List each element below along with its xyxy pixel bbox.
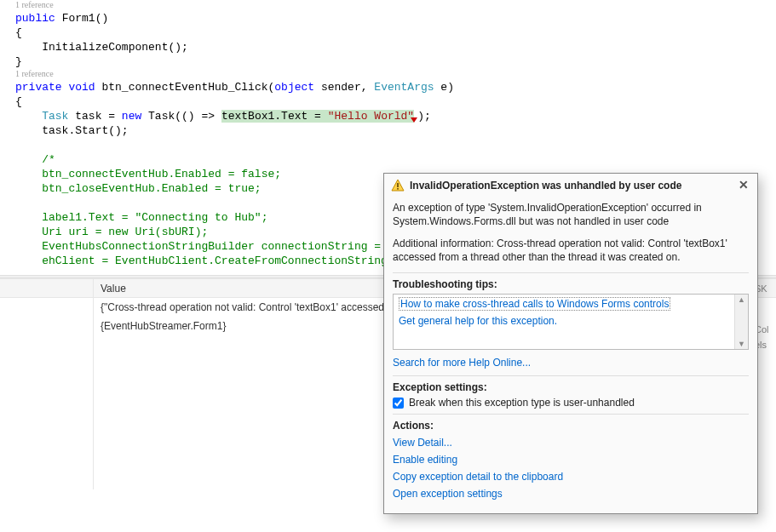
popup-additional-info: Additional information: Cross-thread ope… bbox=[393, 237, 749, 264]
break-checkbox-input[interactable] bbox=[393, 398, 404, 409]
code-text: Task(() => bbox=[141, 110, 221, 123]
code-text: ); bbox=[417, 110, 431, 123]
svg-rect-2 bbox=[397, 188, 399, 190]
popup-message: An exception of type 'System.InvalidOper… bbox=[393, 201, 749, 228]
code-text: sender, bbox=[314, 81, 374, 94]
keyword: private bbox=[15, 81, 62, 94]
comment: ehClient = EventHubClient.CreateFromConn… bbox=[42, 255, 427, 267]
keyword: object bbox=[274, 81, 314, 94]
close-button[interactable]: ✕ bbox=[737, 179, 750, 192]
type: Task bbox=[42, 110, 68, 123]
code-text: { bbox=[15, 95, 22, 108]
code-text: InitializeComponent(); bbox=[42, 41, 188, 54]
keyword: new bbox=[122, 110, 141, 123]
code-text: btn_connectEventHub_Click( bbox=[101, 81, 274, 94]
tip-link-general-help[interactable]: Get general help for this exception. bbox=[399, 315, 557, 327]
code-text: { bbox=[15, 26, 22, 39]
open-exception-settings-link[interactable]: Open exception settings bbox=[393, 488, 503, 500]
svg-rect-1 bbox=[397, 183, 399, 187]
warning-icon bbox=[391, 179, 405, 192]
comment: EventHubsConnectionStringBuilder connect… bbox=[42, 240, 427, 253]
codelens-ref[interactable]: 1 reference bbox=[15, 0, 776, 9]
type: EventArgs bbox=[374, 81, 434, 94]
troubleshooting-header: Troubleshooting tips: bbox=[393, 272, 749, 290]
exception-popup: InvalidOperationException was unhandled … bbox=[383, 173, 758, 514]
error-caret-icon bbox=[411, 117, 417, 123]
comment: btn_closeEventHub.Enabled = true; bbox=[42, 182, 261, 195]
column-header-name[interactable] bbox=[0, 279, 93, 298]
tip-link-cross-thread[interactable]: How to make cross-thread calls to Window… bbox=[399, 297, 670, 311]
keyword: void bbox=[68, 81, 95, 94]
code-text: task.Start(); bbox=[42, 124, 128, 137]
keyword: public bbox=[15, 12, 55, 25]
view-detail-link[interactable]: View Detail... bbox=[393, 437, 452, 449]
popup-title: InvalidOperationException was unhandled … bbox=[410, 180, 681, 192]
comment: /* bbox=[42, 153, 55, 166]
tips-listbox[interactable]: How to make cross-thread calls to Window… bbox=[393, 294, 749, 350]
exception-settings-header: Exception settings: bbox=[393, 375, 749, 393]
comment: Uri uri = new Uri(sbURI); bbox=[42, 226, 208, 238]
code-text: task = bbox=[68, 110, 121, 123]
codelens-ref[interactable]: 1 reference bbox=[15, 69, 776, 78]
search-help-online-link[interactable]: Search for more Help Online... bbox=[393, 357, 531, 369]
break-checkbox-label: Break when this exception type is user-u… bbox=[409, 397, 635, 409]
actions-header: Actions: bbox=[393, 414, 749, 432]
copy-exception-link[interactable]: Copy exception detail to the clipboard bbox=[393, 471, 563, 483]
break-on-unhandled-checkbox[interactable]: Break when this exception type is user-u… bbox=[393, 397, 749, 409]
scrollbar[interactable] bbox=[734, 295, 748, 349]
comment: btn_connectEventHub.Enabled = false; bbox=[42, 168, 281, 180]
code-text: Form1() bbox=[62, 12, 109, 25]
code-text: } bbox=[15, 55, 22, 68]
comment: label1.Text = "Connecting to Hub"; bbox=[42, 211, 267, 224]
code-text: e) bbox=[434, 81, 454, 94]
highlighted-expression: textBox1.Text = "Hello World" bbox=[221, 110, 414, 123]
enable-editing-link[interactable]: Enable editing bbox=[393, 454, 457, 466]
